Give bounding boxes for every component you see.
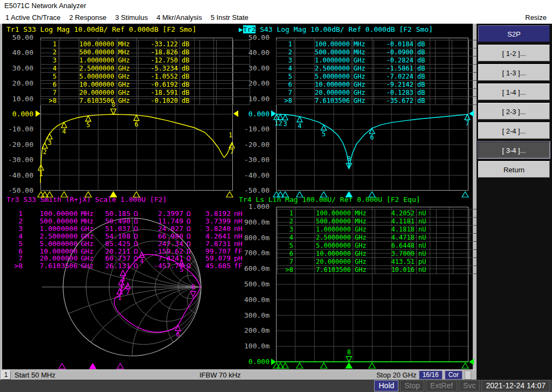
points-badge: 16/16 (419, 370, 443, 380)
trace2-marker-table: 1100.00000MHz-0.0184dB2500.00000MHz-0.09… (276, 40, 486, 105)
marker-number-label: 6 (370, 134, 374, 141)
axis-tick-label: 900.0m (244, 219, 270, 226)
marker-table-row: 610.000000GHz-9.2142dB (277, 81, 486, 89)
axis-tick-label: 10.00 (249, 95, 270, 103)
axis-tick-label: 200.0m (244, 327, 270, 334)
marker-table-row: 42.5000000GHz-1.5861dB (277, 65, 486, 73)
axis-tick-label: 40.00 (12, 49, 33, 57)
axis-tick-label: -40.00 (244, 172, 270, 179)
axis-tick-label: 1.000 (249, 203, 270, 211)
softkey-1-2[interactable]: [ 1-2 ]... (478, 45, 550, 61)
marker-table-row: 31.0000000GHz-0.2824dB (277, 57, 486, 65)
marker-table-row: >87.6103506GHz10.016nU (278, 266, 487, 274)
datetime-readout: 2021-12-24 14:07 (481, 380, 550, 391)
marker-table-row: 55.0000000GHz6.6448nU (278, 242, 487, 250)
softkey-2-3[interactable]: [ 2-3 ]... (478, 103, 550, 120)
axis-tick-label: 0.000 (249, 358, 270, 366)
stimulus-marker-icon (369, 192, 375, 197)
axis-tick-label: -50.00 (244, 187, 270, 194)
axis-tick-label: 400.0m (244, 296, 270, 304)
marker-number-label: 2 (119, 285, 123, 292)
trace4-ref-pointer-right-icon (469, 359, 474, 365)
menu-instr-state[interactable]: 5 Instr State (209, 11, 255, 24)
smith-marker-row: >87.6103506GHz26.131Ω-457.77Ω45.685fF (4, 262, 247, 270)
stimulus-marker-icon (369, 363, 375, 368)
marker-number-label: 6 (176, 331, 180, 338)
axis-tick-label: 300.0m (244, 312, 270, 319)
stimulus-marker-icon (462, 192, 468, 197)
menu-response[interactable]: 2 Response (67, 11, 113, 24)
axis-tick-label: 800.0m (244, 234, 270, 242)
stimulus-marker-icon (117, 363, 123, 369)
hold-indicator[interactable]: Hold (374, 380, 398, 391)
marker-number-label: 2 (43, 148, 46, 156)
axis-tick-label: -50.00 (8, 187, 33, 194)
smith-marker-row: 42.5000000GHz54.108Ω66.980Ω4.2641nH (4, 233, 247, 240)
correction-badge: Cor (445, 370, 463, 380)
ifbw-readout: IFBW 70 kHz (199, 371, 241, 379)
marker-number-label: 5 (322, 130, 326, 138)
extref-indicator[interactable]: ExtRef (426, 380, 457, 391)
trace1-name: Tr1 (6, 25, 19, 33)
smith-marker-row: 720.000000GHz60.737Ω7.4241Ω59.079pH (4, 255, 247, 262)
marker-number-label: 6 (134, 121, 138, 128)
stimulus-marker-icon (110, 192, 116, 197)
smith-marker-row: 31.0000000GHz51.037Ω24.027Ω3.8240nH (4, 225, 247, 233)
axis-tick-label: 0.000 (249, 110, 270, 118)
softkey-1-4[interactable]: [ 1-4 ]... (478, 83, 550, 100)
trace1-header[interactable]: Tr1 S33 Log Mag 10.00dB/ Ref 0.000dB [F2… (6, 25, 196, 33)
axis-tick-label: -30.00 (8, 156, 33, 164)
trace1-ref-pointer-right-icon (233, 110, 238, 117)
axis-tick-label: 100.0m (244, 342, 270, 350)
softkey-1-3[interactable]: [ 1-3 ]... (478, 64, 550, 81)
trace1-marker-table: 1100.00000MHz-33.122dB2500.00000MHz-18.8… (40, 40, 250, 105)
menu-resize[interactable]: Resize (523, 11, 549, 24)
stimulus-marker-icon (59, 363, 65, 369)
menu-active-ch-trace[interactable]: 1 Active Ch/Trace (3, 11, 67, 24)
trace1-ref-pointer-left-icon (36, 110, 40, 117)
marker-table-row: 42.5000000GHz4.4718nU (278, 234, 487, 242)
marker-number-label: 8 (347, 348, 351, 356)
stimulus-marker-icon (346, 363, 352, 368)
trace2-ref-pointer-right-icon (469, 110, 474, 117)
axis-tick-label: -40.00 (8, 172, 33, 179)
marker-number-label: 7 (230, 148, 233, 156)
channel-number: 1 (1, 370, 11, 380)
axis-tick-label: -20.00 (244, 141, 270, 149)
marker-table-row: 1100.00000MHz4.2052nU (278, 209, 487, 218)
marker-table-row: 2500.00000MHz4.1181nU (278, 218, 487, 226)
marker-number-label: 5 (86, 121, 90, 129)
trace2-header[interactable]: ▶Tr2 S43 Log Mag 10.00dB/ Ref 0.000dB [F… (239, 25, 433, 33)
trace1-format: S33 Log Mag 10.00dB/ Ref 0.000dB [F2 Smo… (19, 25, 196, 33)
svc-indicator[interactable]: Svc (459, 380, 480, 391)
menu-mkr-analysis[interactable]: 4 Mkr/Analysis (154, 11, 209, 24)
marker-table-row: 720.000000GHz-0.1283dB (277, 89, 486, 97)
sweep-stop: Stop 20 GHz (376, 371, 416, 379)
marker-table-row: 31.0000000GHz-12.750dB (41, 57, 250, 65)
menu-bar: 1 Active Ch/Trace 2 Response 3 Stimulus … (0, 11, 552, 24)
axis-tick-label: -10.00 (8, 125, 33, 133)
stimulus-marker-icon (296, 192, 303, 197)
marker-number-label: 1 (274, 120, 278, 127)
softkey-return[interactable]: Return (478, 161, 550, 178)
smith-marker-row: 1100.00000MHz50.185Ω2.3997Ω3.8192nH (4, 210, 247, 218)
menu-stimulus[interactable]: 3 Stimulus (113, 11, 155, 24)
stimulus-marker-icon (133, 192, 140, 197)
marker-table-row: 55.0000000GHz-1.0552dB (41, 73, 250, 81)
marker-triangle-icon (86, 116, 91, 121)
axis-tick-label: 600.0m (244, 265, 270, 272)
stop-indicator[interactable]: Stop (400, 380, 424, 391)
marker-table-row: 2500.00000MHz-18.826dB (41, 48, 250, 57)
axis-tick-label: 30.00 (249, 65, 270, 72)
softkey-3-4[interactable]: [ 3-4 ]... (478, 142, 550, 158)
marker-table-row: 720.000000GHz-18.591dB (41, 89, 250, 97)
softkey-2-4[interactable]: [ 2-4 ]... (478, 122, 550, 139)
axis-tick-label: 20.00 (12, 80, 33, 87)
marker-table-row: 610.000000GHz3.7000nU (278, 250, 487, 258)
marker-triangle-icon (111, 109, 116, 114)
marker-table-row: 610.000000GHz-0.6192dB (41, 81, 250, 89)
smith-marker-row: 55.0000000GHz85.425Ω247.34Ω7.8731nH (4, 240, 247, 248)
active-trace-arrow-icon: ▶ (239, 25, 243, 33)
extra-marker-label: 1 (229, 131, 232, 139)
instrument-status-bar: Hold Stop ExtRef Svc 2021-12-24 14:07 (0, 380, 552, 392)
